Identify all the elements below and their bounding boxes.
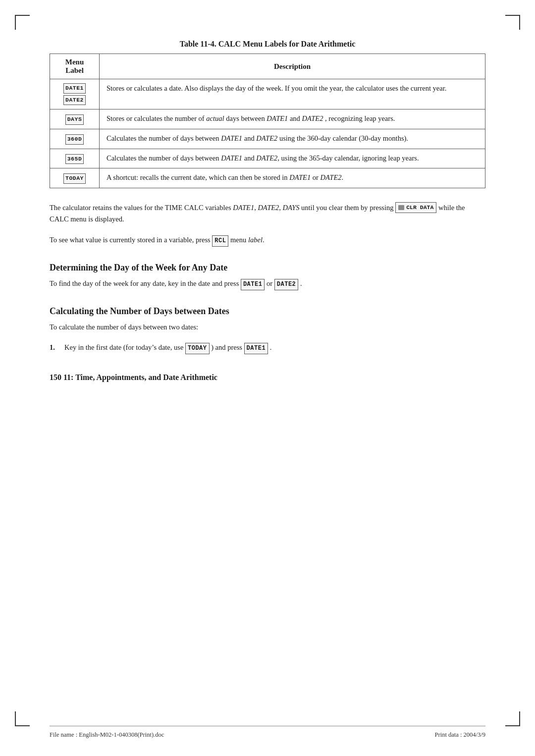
corner-mark-br (505, 711, 520, 726)
table-cell-desc-360d: Calculates the number of days between DA… (100, 129, 485, 149)
kbd-days: DAYS (65, 114, 84, 125)
table-cell-label-360d: 360D (50, 129, 100, 149)
body-paragraph-1: The calculator retains the values for th… (50, 202, 485, 225)
table-cell-desc-365d: Calculates the number of days between DA… (100, 149, 485, 168)
table-title: Table 11-4. CALC Menu Labels for Date Ar… (50, 40, 485, 49)
kbd-date1-s1: DATE1 (241, 279, 265, 290)
footer-right: Print data : 2004/3/9 (435, 731, 485, 739)
table-cell-desc-date12: Stores or calculates a date. Also displa… (100, 79, 485, 109)
kbd-date2: DATE2 (63, 95, 86, 106)
kbd-rcl: RCL (212, 235, 228, 247)
table-cell-desc-today: A shortcut: recalls the current date, wh… (100, 168, 485, 188)
corner-mark-bl (15, 711, 30, 726)
table-row: TODAY A shortcut: recalls the current da… (50, 168, 485, 188)
kbd-date1: DATE1 (63, 83, 86, 94)
clr-data-button: CLR DATA (395, 202, 436, 213)
table-row: 365D Calculates the number of days betwe… (50, 149, 485, 168)
table-row: 360D Calculates the number of days betwe… (50, 129, 485, 149)
kbd-date2-s1: DATE2 (274, 279, 299, 290)
page-footer: File name : English-M02-1-040308(Print).… (50, 731, 485, 739)
col-header-desc: Description (100, 54, 485, 79)
page: Table 11-4. CALC Menu Labels for Date Ar… (0, 0, 535, 756)
section-heading-2: Calculating the Number of Days between D… (50, 306, 485, 317)
corner-mark-tl (15, 15, 30, 30)
section1-paragraph: To find the day of the week for any date… (50, 278, 485, 290)
kbd-date1-s2: DATE1 (244, 343, 268, 354)
section2-paragraph: To calculate the number of days between … (50, 322, 485, 333)
table-row: DATE1 DATE2 Stores or calculates a date.… (50, 79, 485, 109)
step-number-1: 1. (50, 342, 59, 354)
body-paragraph-2: To see what value is currently stored in… (50, 234, 485, 247)
table-cell-desc-days: Stores or calculates the number of actua… (100, 109, 485, 129)
footer-left: File name : English-M02-1-040308(Print).… (50, 731, 164, 739)
col-header-label: MenuLabel (50, 54, 100, 79)
table-row: DAYS Stores or calculates the number of … (50, 109, 485, 129)
table-cell-label-date12: DATE1 DATE2 (50, 79, 100, 109)
calc-menu-table: MenuLabel Description DATE1 DATE2 Stores… (50, 54, 485, 188)
page-section-footer: 150 11: Time, Appointments, and Date Ari… (50, 373, 485, 382)
kbd-today: TODAY (63, 173, 86, 184)
footer-rule (50, 726, 485, 726)
kbd-today-s2: TODAY (185, 343, 210, 354)
kbd-360d: 360D (65, 134, 84, 145)
section-heading-1: Determining the Day of the Week for Any … (50, 263, 485, 273)
step-1-text: Key in the first date (for today’s date,… (64, 342, 271, 354)
clr-data-icon (398, 205, 404, 210)
kbd-365d: 365D (65, 154, 84, 164)
table-cell-label-today: TODAY (50, 168, 100, 188)
table-cell-label-365d: 365D (50, 149, 100, 168)
step-1: 1. Key in the first date (for today’s da… (50, 342, 485, 354)
corner-mark-tr (505, 15, 520, 30)
table-cell-label-days: DAYS (50, 109, 100, 129)
